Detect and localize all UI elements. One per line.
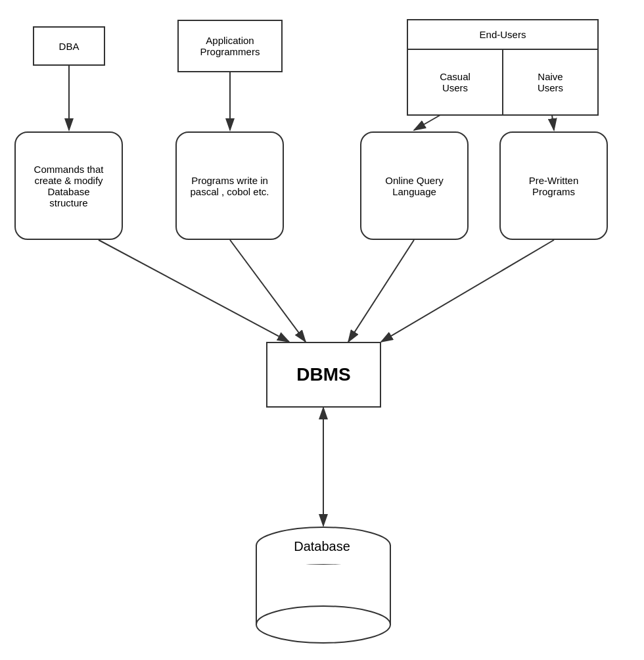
database-text: Database bbox=[294, 539, 350, 554]
svg-point-16 bbox=[256, 606, 390, 643]
dbms-node: DBMS bbox=[266, 342, 381, 408]
online-query-node: Online QueryLanguage bbox=[360, 131, 469, 240]
dba-node: DBA bbox=[33, 26, 105, 66]
svg-line-8 bbox=[348, 240, 414, 342]
database-label: Database bbox=[256, 539, 388, 554]
pre-written-node: Pre-WrittenPrograms bbox=[499, 131, 608, 240]
svg-line-6 bbox=[99, 240, 289, 342]
programs-label: Programs write inpascal , cobol etc. bbox=[190, 175, 269, 197]
svg-line-4 bbox=[414, 115, 440, 130]
casual-users-node: CasualUsers bbox=[407, 49, 503, 115]
naive-users-node: NaiveUsers bbox=[503, 49, 598, 115]
programs-node: Programs write inpascal , cobol etc. bbox=[175, 131, 284, 240]
online-query-label: Online QueryLanguage bbox=[385, 175, 443, 197]
commands-label: Commands thatcreate & modifyDatabasestru… bbox=[34, 164, 104, 208]
dba-label: DBA bbox=[59, 41, 80, 52]
svg-line-5 bbox=[552, 115, 554, 130]
pre-written-label: Pre-WrittenPrograms bbox=[529, 175, 579, 197]
dbms-label: DBMS bbox=[296, 364, 350, 385]
svg-line-9 bbox=[381, 240, 554, 342]
svg-line-7 bbox=[230, 240, 306, 342]
diagram: DBA ApplicationProgrammers End-Users Cas… bbox=[0, 0, 644, 660]
commands-node: Commands thatcreate & modifyDatabasestru… bbox=[14, 131, 123, 240]
end-users-label: End-Users bbox=[407, 20, 598, 49]
app-prog-label: ApplicationProgrammers bbox=[200, 35, 260, 57]
app-prog-node: ApplicationProgrammers bbox=[177, 20, 283, 72]
